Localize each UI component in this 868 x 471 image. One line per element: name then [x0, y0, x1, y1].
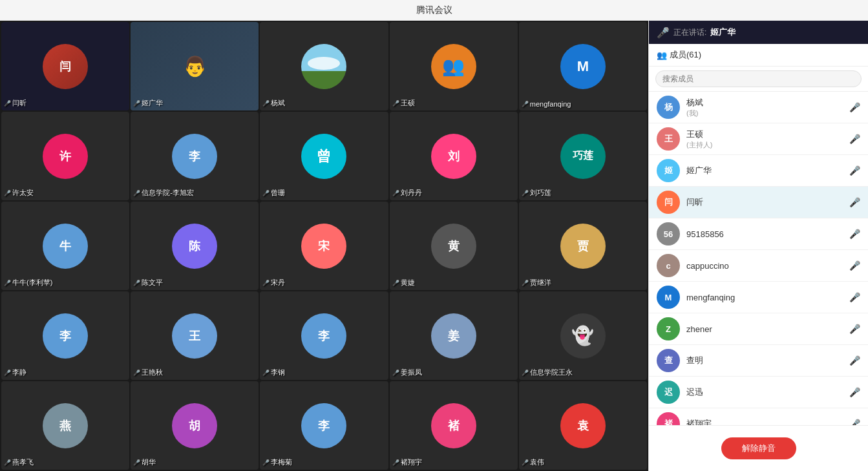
member-item[interactable]: 褚 褚翔宇 🎤: [649, 408, 868, 425]
member-avatar: 姬: [657, 159, 680, 182]
cell-name-label: 🎤 袁伟: [522, 457, 544, 467]
members-count-label: 成员(61): [670, 49, 701, 61]
video-cell[interactable]: 褚 🎤 褚翔宇: [390, 381, 518, 470]
member-avatar: 褚: [657, 412, 680, 425]
member-name: mengfanqing: [686, 293, 849, 302]
person-icon: 👥: [657, 50, 667, 60]
unmute-button[interactable]: 解除静音: [721, 437, 796, 459]
main-layout: 闫 🎤 闫昕 👨 🎤 姬广华 🎤 杨斌 👥 🎤 王硕: [0, 21, 868, 471]
video-cell[interactable]: 许 🎤 许太安: [1, 112, 129, 200]
member-item[interactable]: c cappuccino 🎤: [649, 250, 868, 282]
member-info: 王硕 (主持人): [686, 129, 849, 150]
member-mic-icon: 🎤: [849, 102, 860, 112]
video-grid: 闫 🎤 闫昕 👨 🎤 姬广华 🎤 杨斌 👥 🎤 王硕: [0, 21, 648, 471]
video-cell[interactable]: 巧莲 🎤 刘巧莲: [519, 112, 647, 200]
cell-name-label: 🎤 宋丹: [262, 278, 285, 288]
cell-name-label: 🎤 胡华: [133, 457, 156, 467]
member-info: 姬广华: [686, 165, 849, 176]
member-avatar: 闫: [657, 191, 680, 214]
video-cell[interactable]: 👨 🎤 姬广华: [131, 22, 259, 110]
cell-name-label: 🎤 闫昕: [4, 98, 26, 108]
video-cell[interactable]: 陈 🎤 陈文平: [131, 202, 259, 290]
cell-name-label: 🎤 陈文平: [133, 278, 163, 288]
member-info: 95185856: [686, 229, 849, 239]
video-cell[interactable]: 王 🎤 王艳秋: [131, 291, 259, 380]
member-name: 王硕: [686, 129, 849, 140]
member-item[interactable]: 迟 迟迅 🎤: [649, 377, 868, 408]
member-info: 杨斌 (我): [686, 97, 849, 118]
member-name: 95185856: [686, 229, 849, 239]
video-cell[interactable]: 👻 🎤 信息学院王永: [519, 291, 647, 380]
search-bar: [649, 67, 868, 92]
video-cell[interactable]: 黄 🎤 黄婕: [390, 202, 518, 290]
cell-name-label: 🎤 王艳秋: [133, 368, 163, 377]
member-mic-icon: 🎤: [849, 229, 860, 239]
video-cell[interactable]: 李 🎤 信息学院-李旭宏: [131, 112, 259, 200]
member-item[interactable]: Z zhener 🎤: [649, 313, 868, 345]
video-cell[interactable]: 闫 🎤 闫昕: [1, 22, 129, 110]
video-cell[interactable]: 牛 🎤 牛牛(李利苹): [1, 202, 129, 290]
member-name: 迟迅: [686, 386, 849, 398]
video-cell[interactable]: 胡 🎤 胡华: [131, 381, 259, 470]
member-item[interactable]: 查 查明 🎤: [649, 345, 868, 377]
cell-name-label: 🎤 姬广华: [133, 98, 163, 108]
video-cell[interactable]: 🎤 杨斌: [260, 22, 388, 110]
member-name: 姬广华: [686, 165, 849, 176]
cell-name-label: 🎤 刘巧莲: [522, 188, 551, 198]
video-cell[interactable]: 李 🎤 李钢: [260, 291, 388, 380]
cell-name-label: 🎤 燕孝飞: [4, 457, 34, 467]
member-mic-icon: 🎤: [849, 324, 860, 334]
mic-speaking-icon: 🎤: [657, 26, 670, 39]
member-item[interactable]: 杨 杨斌 (我) 🎤: [649, 92, 868, 123]
member-name: 杨斌: [686, 97, 849, 109]
speaking-prefix: 正在讲话:: [673, 27, 706, 38]
cell-name-label: 🎤 信息学院王永: [522, 368, 573, 377]
member-info: 闫昕: [686, 196, 849, 208]
member-mic-icon: 🎤: [849, 197, 860, 207]
member-item[interactable]: 王 王硕 (主持人) 🎤: [649, 123, 868, 155]
cell-name-label: 🎤 黄婕: [392, 278, 415, 288]
member-mic-icon: 🎤: [849, 387, 860, 397]
video-cell[interactable]: 袁 🎤 袁伟: [519, 381, 647, 470]
member-avatar: 56: [657, 222, 680, 246]
members-list[interactable]: 杨 杨斌 (我) 🎤 王 王硕 (主持人) 🎤 姬 姬广华 🎤 闫 闫昕: [649, 92, 868, 425]
member-info: cappuccino: [686, 261, 849, 271]
cell-name-label: 🎤 牛牛(李利苹): [4, 278, 52, 288]
member-info: zhener: [686, 324, 849, 334]
video-cell[interactable]: 宋 🎤 宋丹: [260, 202, 388, 290]
member-name: zhener: [686, 324, 849, 334]
video-cell[interactable]: 刘 🎤 刘丹丹: [390, 112, 518, 200]
member-mic-icon: 🎤: [849, 260, 860, 271]
cell-name-label: 🎤 许太安: [4, 188, 34, 198]
member-item[interactable]: 闫 闫昕 🎤: [649, 187, 868, 218]
members-count-bar: 👥 成员(61): [649, 44, 868, 67]
speaking-banner: 🎤 正在讲话: 姬广华: [649, 21, 868, 44]
video-cell[interactable]: 曾 🎤 曾珊: [260, 112, 388, 200]
cell-name-label: 🎤 李梅菊: [262, 457, 292, 467]
member-avatar: 王: [657, 127, 680, 151]
member-item[interactable]: 姬 姬广华 🎤: [649, 155, 868, 187]
video-cell[interactable]: 姜 🎤 姜振凤: [390, 291, 518, 380]
app-title: 腾讯会议: [416, 5, 452, 16]
member-item[interactable]: M mengfanqing 🎤: [649, 282, 868, 313]
member-mic-icon: 🎤: [849, 355, 860, 366]
cell-name-label: 🎤 曾珊: [262, 188, 285, 198]
member-mic-icon: 🎤: [849, 165, 860, 176]
member-info: 迟迅: [686, 386, 849, 398]
video-cell[interactable]: 李 🎤 李梅菊: [260, 381, 388, 470]
cell-name-label: 🎤 贾继洋: [522, 278, 551, 288]
cell-name-label: 🎤 王硕: [392, 98, 415, 108]
member-mic-icon: 🎤: [849, 134, 860, 144]
member-avatar: 查: [657, 349, 680, 372]
video-cell[interactable]: 👥 🎤 王硕: [390, 22, 518, 110]
member-mic-icon: 🎤: [849, 419, 860, 425]
member-avatar: 杨: [657, 96, 680, 119]
member-avatar: M: [657, 286, 680, 309]
member-role: (主持人): [686, 140, 849, 150]
search-input[interactable]: [655, 70, 862, 87]
video-cell[interactable]: 贾 🎤 贾继洋: [519, 202, 647, 290]
member-item[interactable]: 56 95185856 🎤: [649, 218, 868, 250]
video-cell[interactable]: M 🎤 mengfanqing: [519, 22, 647, 110]
video-cell[interactable]: 李 🎤 李静: [1, 291, 129, 380]
video-cell[interactable]: 燕 🎤 燕孝飞: [1, 381, 129, 470]
